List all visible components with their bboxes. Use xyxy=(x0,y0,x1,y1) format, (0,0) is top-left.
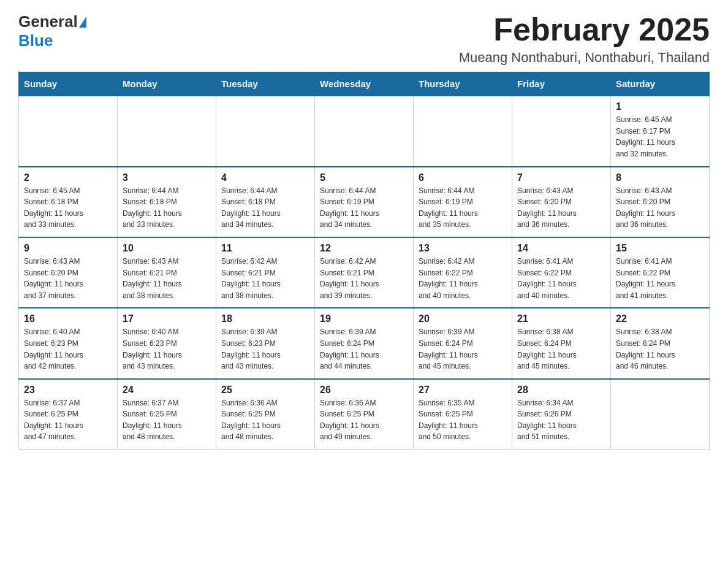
calendar-cell: 7Sunrise: 6:43 AMSunset: 6:20 PMDaylight… xyxy=(512,167,611,237)
day-info: Sunrise: 6:43 AMSunset: 6:21 PMDaylight:… xyxy=(123,256,211,301)
logo: General Blue xyxy=(18,12,88,50)
calendar-header-friday: Friday xyxy=(512,72,611,96)
day-info: Sunrise: 6:40 AMSunset: 6:23 PMDaylight:… xyxy=(123,326,211,372)
calendar-cell: 17Sunrise: 6:40 AMSunset: 6:23 PMDayligh… xyxy=(118,308,216,378)
day-number: 19 xyxy=(320,313,408,324)
logo-general-text: General xyxy=(18,12,78,31)
day-info: Sunrise: 6:36 AMSunset: 6:25 PMDaylight:… xyxy=(221,397,309,443)
calendar-cell xyxy=(19,96,118,166)
calendar-cell: 3Sunrise: 6:44 AMSunset: 6:18 PMDaylight… xyxy=(118,167,216,237)
calendar-cell xyxy=(414,96,512,166)
day-info: Sunrise: 6:43 AMSunset: 6:20 PMDaylight:… xyxy=(616,185,704,231)
calendar-table: SundayMondayTuesdayWednesdayThursdayFrid… xyxy=(18,72,710,450)
day-number: 28 xyxy=(517,385,605,396)
calendar-week-row: 9Sunrise: 6:43 AMSunset: 6:20 PMDaylight… xyxy=(19,237,710,308)
day-number: 6 xyxy=(419,172,507,183)
day-info: Sunrise: 6:45 AMSunset: 6:17 PMDaylight:… xyxy=(616,114,704,159)
calendar-cell xyxy=(118,96,216,166)
calendar-cell: 18Sunrise: 6:39 AMSunset: 6:23 PMDayligh… xyxy=(216,308,315,378)
day-number: 10 xyxy=(123,243,211,254)
calendar-cell: 27Sunrise: 6:35 AMSunset: 6:25 PMDayligh… xyxy=(414,379,512,450)
calendar-header-monday: Monday xyxy=(118,72,216,96)
day-info: Sunrise: 6:42 AMSunset: 6:21 PMDaylight:… xyxy=(221,256,309,301)
day-number: 2 xyxy=(24,172,112,183)
day-info: Sunrise: 6:42 AMSunset: 6:22 PMDaylight:… xyxy=(419,256,507,301)
day-number: 27 xyxy=(419,385,507,396)
calendar-cell xyxy=(216,96,315,166)
logo-triangle-icon xyxy=(79,17,86,28)
day-number: 4 xyxy=(221,172,309,183)
calendar-cell: 10Sunrise: 6:43 AMSunset: 6:21 PMDayligh… xyxy=(118,237,216,308)
calendar-cell: 25Sunrise: 6:36 AMSunset: 6:25 PMDayligh… xyxy=(216,379,315,450)
day-info: Sunrise: 6:44 AMSunset: 6:19 PMDaylight:… xyxy=(419,185,507,231)
calendar-cell: 23Sunrise: 6:37 AMSunset: 6:25 PMDayligh… xyxy=(19,379,118,450)
day-info: Sunrise: 6:39 AMSunset: 6:23 PMDaylight:… xyxy=(221,326,309,372)
calendar-header-row: SundayMondayTuesdayWednesdayThursdayFrid… xyxy=(19,72,710,96)
day-info: Sunrise: 6:37 AMSunset: 6:25 PMDaylight:… xyxy=(24,397,112,443)
day-info: Sunrise: 6:40 AMSunset: 6:23 PMDaylight:… xyxy=(24,326,112,372)
day-info: Sunrise: 6:44 AMSunset: 6:18 PMDaylight:… xyxy=(221,185,309,231)
calendar-cell xyxy=(611,379,710,450)
calendar-header-wednesday: Wednesday xyxy=(315,72,414,96)
calendar-cell: 24Sunrise: 6:37 AMSunset: 6:25 PMDayligh… xyxy=(118,379,216,450)
day-number: 22 xyxy=(616,313,704,324)
day-number: 8 xyxy=(616,172,704,183)
title-section: February 2025 Mueang Nonthaburi, Nonthab… xyxy=(459,12,710,66)
calendar-week-row: 16Sunrise: 6:40 AMSunset: 6:23 PMDayligh… xyxy=(19,308,710,378)
day-number: 3 xyxy=(123,172,211,183)
calendar-header-saturday: Saturday xyxy=(611,72,710,96)
day-info: Sunrise: 6:39 AMSunset: 6:24 PMDaylight:… xyxy=(419,326,507,372)
calendar-cell xyxy=(512,96,611,166)
day-info: Sunrise: 6:35 AMSunset: 6:25 PMDaylight:… xyxy=(419,397,507,443)
calendar-week-row: 1Sunrise: 6:45 AMSunset: 6:17 PMDaylight… xyxy=(19,96,710,166)
calendar-header-sunday: Sunday xyxy=(19,72,118,96)
day-info: Sunrise: 6:42 AMSunset: 6:21 PMDaylight:… xyxy=(320,256,408,301)
day-info: Sunrise: 6:44 AMSunset: 6:19 PMDaylight:… xyxy=(320,185,408,231)
calendar-cell: 2Sunrise: 6:45 AMSunset: 6:18 PMDaylight… xyxy=(19,167,118,237)
day-info: Sunrise: 6:45 AMSunset: 6:18 PMDaylight:… xyxy=(24,185,112,231)
day-number: 23 xyxy=(24,385,112,396)
day-number: 5 xyxy=(320,172,408,183)
day-number: 12 xyxy=(320,243,408,254)
calendar-cell: 15Sunrise: 6:41 AMSunset: 6:22 PMDayligh… xyxy=(611,237,710,308)
calendar-cell: 8Sunrise: 6:43 AMSunset: 6:20 PMDaylight… xyxy=(611,167,710,237)
day-info: Sunrise: 6:41 AMSunset: 6:22 PMDaylight:… xyxy=(517,256,605,301)
day-number: 7 xyxy=(517,172,605,183)
day-info: Sunrise: 6:37 AMSunset: 6:25 PMDaylight:… xyxy=(123,397,211,443)
calendar-cell: 21Sunrise: 6:38 AMSunset: 6:24 PMDayligh… xyxy=(512,308,611,378)
month-title: February 2025 xyxy=(459,12,710,47)
day-info: Sunrise: 6:38 AMSunset: 6:24 PMDaylight:… xyxy=(517,326,605,372)
calendar-cell: 6Sunrise: 6:44 AMSunset: 6:19 PMDaylight… xyxy=(414,167,512,237)
calendar-cell: 16Sunrise: 6:40 AMSunset: 6:23 PMDayligh… xyxy=(19,308,118,378)
calendar-cell: 19Sunrise: 6:39 AMSunset: 6:24 PMDayligh… xyxy=(315,308,414,378)
day-number: 24 xyxy=(123,385,211,396)
calendar-cell: 11Sunrise: 6:42 AMSunset: 6:21 PMDayligh… xyxy=(216,237,315,308)
day-number: 9 xyxy=(24,243,112,254)
calendar-cell: 5Sunrise: 6:44 AMSunset: 6:19 PMDaylight… xyxy=(315,167,414,237)
page-header: General Blue February 2025 Mueang Nontha… xyxy=(18,12,710,66)
day-info: Sunrise: 6:39 AMSunset: 6:24 PMDaylight:… xyxy=(320,326,408,372)
calendar-cell: 14Sunrise: 6:41 AMSunset: 6:22 PMDayligh… xyxy=(512,237,611,308)
day-number: 17 xyxy=(123,313,211,324)
day-info: Sunrise: 6:44 AMSunset: 6:18 PMDaylight:… xyxy=(123,185,211,231)
calendar-week-row: 23Sunrise: 6:37 AMSunset: 6:25 PMDayligh… xyxy=(19,379,710,450)
calendar-cell: 9Sunrise: 6:43 AMSunset: 6:20 PMDaylight… xyxy=(19,237,118,308)
logo-blue-text: Blue xyxy=(18,31,53,50)
calendar-cell: 20Sunrise: 6:39 AMSunset: 6:24 PMDayligh… xyxy=(414,308,512,378)
calendar-cell: 1Sunrise: 6:45 AMSunset: 6:17 PMDaylight… xyxy=(611,96,710,166)
day-info: Sunrise: 6:41 AMSunset: 6:22 PMDaylight:… xyxy=(616,256,704,301)
day-info: Sunrise: 6:34 AMSunset: 6:26 PMDaylight:… xyxy=(517,397,605,443)
day-info: Sunrise: 6:36 AMSunset: 6:25 PMDaylight:… xyxy=(320,397,408,443)
day-number: 26 xyxy=(320,385,408,396)
day-number: 16 xyxy=(24,313,112,324)
day-number: 1 xyxy=(616,101,704,112)
day-number: 18 xyxy=(221,313,309,324)
calendar-cell: 13Sunrise: 6:42 AMSunset: 6:22 PMDayligh… xyxy=(414,237,512,308)
calendar-cell: 28Sunrise: 6:34 AMSunset: 6:26 PMDayligh… xyxy=(512,379,611,450)
day-number: 21 xyxy=(517,313,605,324)
calendar-cell: 26Sunrise: 6:36 AMSunset: 6:25 PMDayligh… xyxy=(315,379,414,450)
day-number: 11 xyxy=(221,243,309,254)
calendar-cell: 4Sunrise: 6:44 AMSunset: 6:18 PMDaylight… xyxy=(216,167,315,237)
day-number: 13 xyxy=(419,243,507,254)
day-info: Sunrise: 6:43 AMSunset: 6:20 PMDaylight:… xyxy=(24,256,112,301)
